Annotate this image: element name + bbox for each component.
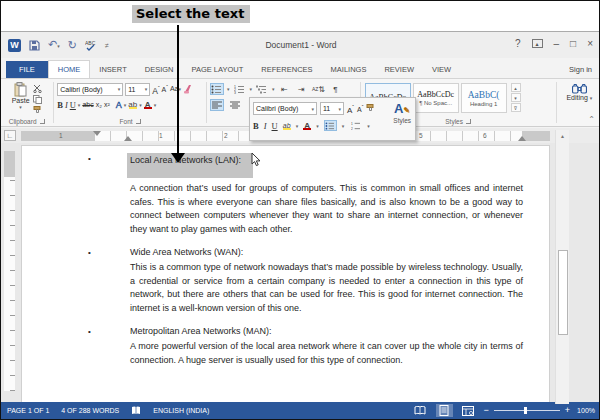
collapse-ribbon-icon[interactable]: ⌃ (588, 115, 595, 124)
multilevel-list-button[interactable] (255, 83, 269, 95)
paragraph-lan[interactable]: A connection that’s used for groups of c… (130, 182, 523, 236)
mini-underline-button[interactable]: U (272, 121, 278, 131)
mouse-cursor (251, 152, 262, 167)
mini-format-painter-icon[interactable] (366, 104, 375, 113)
tab-mailings[interactable]: MAILINGS (322, 61, 376, 78)
mini-font-name-combo[interactable]: Calibri (Body)▾ (253, 102, 317, 115)
font-dialog-launcher-icon[interactable] (136, 119, 141, 124)
superscript-button[interactable]: x² (104, 100, 110, 110)
shrink-font-button[interactable]: Aˇ (162, 82, 168, 95)
mini-font-color-icon[interactable]: A (303, 122, 311, 130)
paste-button[interactable]: Paste ▾ (12, 82, 30, 115)
paragraph-wan[interactable]: This is a common type of network nowaday… (130, 261, 523, 315)
scrollbar-thumb[interactable] (558, 250, 568, 335)
strikethrough-button[interactable]: abc (82, 100, 93, 110)
tab-page-layout[interactable]: PAGE LAYOUT (182, 61, 252, 78)
change-case-button[interactable]: Aa▾ (170, 84, 181, 94)
tab-review[interactable]: REVIEW (375, 61, 423, 78)
mini-grow-font-button[interactable]: Aˆ (347, 102, 354, 116)
align-left-icon[interactable] (210, 99, 224, 111)
tab-references[interactable]: REFERENCES (252, 61, 321, 78)
web-layout-icon[interactable] (460, 404, 477, 417)
right-indent-marker[interactable] (518, 136, 526, 141)
paragraph-man[interactable]: A more powerful version of the local are… (130, 340, 523, 367)
maximize-icon[interactable]: □ (570, 38, 576, 49)
document-area: • Local Area Networks (LAN): A connectio… (1, 143, 600, 404)
sort-icon[interactable]: AZ⇅ (311, 83, 325, 95)
styles-gallery-expand-icon[interactable]: ⊽ (511, 103, 521, 112)
scroll-up-icon[interactable]: ▲ (556, 130, 569, 142)
tab-selector[interactable]: ∟ (4, 130, 16, 141)
selected-text[interactable]: Local Area Networks (LAN): (127, 153, 253, 178)
align-center-icon[interactable] (228, 99, 242, 111)
font-name-combo[interactable]: Calibri (Body)▾ (57, 83, 123, 96)
mini-styles-button[interactable]: A✎ Styles (393, 102, 411, 124)
tab-view[interactable]: VIEW (423, 61, 460, 78)
status-bar: PAGE 1 OF 1 4 OF 288 WORDS ENGLISH (INDI… (1, 402, 600, 419)
styles-scroll-up-icon[interactable]: ▴ (511, 83, 521, 92)
mini-bullets-button[interactable] (324, 120, 337, 131)
italic-button[interactable]: I (65, 100, 68, 110)
format-painter-icon[interactable] (33, 106, 42, 115)
decrease-indent-icon[interactable]: ⇤ (277, 83, 291, 95)
underline-button[interactable]: U (70, 100, 76, 110)
zoom-in-icon[interactable]: + (565, 406, 570, 415)
mini-highlight-color-icon[interactable]: ab (283, 122, 291, 130)
increase-indent-icon[interactable]: ⇥ (294, 83, 308, 95)
zoom-out-icon[interactable]: − (484, 406, 489, 415)
styles-gallery-scroll[interactable]: ▴ ▾ ⊽ (511, 83, 521, 113)
numbering-button[interactable]: 123 (232, 83, 246, 95)
styles-dialog-launcher-icon[interactable] (466, 119, 471, 124)
vertical-ruler[interactable] (4, 151, 15, 391)
tab-design[interactable]: DESIGN (136, 61, 183, 78)
close-icon[interactable]: × (587, 38, 593, 49)
cut-icon[interactable] (33, 84, 42, 93)
find-binoculars-icon (572, 83, 587, 94)
bullet-glyph: • (88, 247, 130, 257)
first-line-indent-marker[interactable] (93, 131, 101, 136)
styles-scroll-down-icon[interactable]: ▾ (511, 93, 521, 102)
ribbon-display-options-icon[interactable]: ▴ (532, 39, 543, 48)
text-effects-icon[interactable]: A (116, 102, 122, 109)
font-size-combo[interactable]: 11▾ (125, 83, 150, 96)
show-paragraph-marks-icon[interactable]: ¶ (328, 83, 342, 95)
bullets-button[interactable] (210, 83, 224, 95)
copy-icon[interactable] (33, 95, 42, 104)
help-icon[interactable]: ? (515, 38, 521, 49)
vertical-scrollbar[interactable]: ▲ (555, 130, 569, 404)
font-group-label: Font (120, 118, 133, 125)
language-indicator[interactable]: ENGLISH (INDIA) (153, 407, 209, 414)
zoom-percent[interactable]: 100% (577, 407, 595, 414)
zoom-slider-thumb[interactable] (524, 407, 527, 414)
minimize-icon[interactable]: – (554, 38, 560, 49)
font-color-icon[interactable]: A (144, 101, 152, 109)
page-indicator[interactable]: PAGE 1 OF 1 (7, 407, 49, 414)
grow-font-button[interactable]: Aˆ (152, 83, 159, 96)
proofing-icon[interactable] (131, 406, 141, 415)
tab-insert[interactable]: INSERT (90, 61, 135, 78)
editing-menu-button[interactable]: Editing ▾ (566, 94, 592, 101)
tab-file[interactable]: FILE (6, 61, 48, 78)
style-chip-heading1[interactable]: AaBbC( Heading 1 (461, 83, 507, 113)
hanging-indent-marker[interactable] (124, 136, 132, 141)
sign-in-link[interactable]: Sign in (569, 65, 592, 74)
zoom-control: − + (484, 406, 571, 415)
mini-shrink-font-button[interactable]: Aˇ (357, 102, 363, 115)
subscript-button[interactable]: x₂ (96, 100, 102, 110)
document-page[interactable]: • Local Area Networks (LAN): A connectio… (21, 145, 550, 404)
highlight-color-icon[interactable]: ab (128, 101, 137, 109)
style-chip-no-spacing[interactable]: AaBbCcDc ¶ No Spac... (413, 83, 459, 113)
clear-formatting-icon[interactable] (183, 84, 193, 94)
mini-font-size-combo[interactable]: 11▾ (320, 102, 344, 115)
print-layout-icon[interactable] (436, 404, 453, 417)
clipboard-dialog-launcher-icon[interactable] (40, 119, 45, 124)
zoom-slider[interactable] (494, 410, 560, 411)
tab-home[interactable]: HOME (48, 60, 91, 78)
mini-italic-button[interactable]: I (264, 121, 267, 131)
list-item-lan: • Local Area Networks (LAN): (88, 153, 541, 178)
mini-numbering-button[interactable]: 12 (349, 120, 362, 131)
read-mode-icon[interactable] (412, 404, 429, 417)
mini-bold-button[interactable]: B (253, 121, 259, 131)
word-count[interactable]: 4 OF 288 WORDS (61, 407, 119, 414)
bold-button[interactable]: B (57, 100, 63, 110)
